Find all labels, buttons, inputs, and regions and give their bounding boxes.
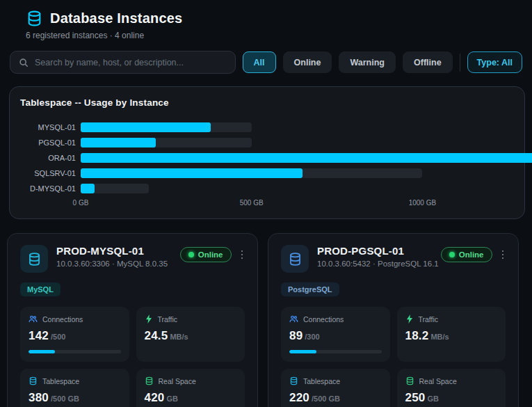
instance-host-version: 10.0.3.60:5432 · PostgreSQL 16.1 [317, 260, 441, 268]
chart-row-label: PGSQL-01 [10, 138, 76, 147]
chart-row: SQLSRV-01 [10, 168, 524, 178]
stat-tile-connections: Connections 89 /300 [281, 307, 390, 362]
instance-card-prod-mysql-01[interactable]: PROD-MYSQL-01 10.0.3.60:3306 · MySQL 8.0… [7, 233, 258, 407]
stat-label: Tablespace [303, 377, 340, 385]
search-input[interactable] [35, 58, 227, 67]
stat-progress-track [29, 350, 121, 353]
stat-value: 380 [29, 391, 49, 405]
database-icon [289, 376, 298, 385]
stat-progress-fill [289, 350, 316, 353]
lightning-icon [145, 314, 153, 324]
stat-suffix: MB/s [430, 333, 449, 341]
stat-value: 89 [289, 329, 303, 343]
database-icon [29, 376, 38, 385]
instance-icon-tile [281, 245, 309, 273]
database-icon [26, 10, 43, 27]
search-box[interactable] [10, 51, 236, 74]
chart-usage-bar [81, 153, 532, 163]
stat-label: Traffic [158, 315, 178, 324]
users-icon [29, 314, 38, 324]
search-icon [19, 58, 29, 67]
database-icon [405, 376, 414, 385]
kebab-menu-icon[interactable] [239, 248, 245, 262]
filter-button-group: AllOnlineWarningOffline [243, 51, 453, 73]
page-subtitle: 6 registered instances · 4 online [26, 31, 522, 40]
stat-suffix: /500 GB [51, 394, 79, 403]
x-axis-tick: 1000 GB [409, 199, 436, 207]
stat-progress-fill [29, 350, 55, 353]
database-icon [288, 252, 303, 266]
chart-usage-bar [81, 122, 211, 132]
chart-rows: MYSQL-01 PGSQL-01 ORA-01 SQLSRV-01 D-MYS… [10, 122, 524, 193]
stat-tile-tablespace: Tablespace 380 /500 GB [20, 369, 129, 407]
chart-row: ORA-01 [10, 153, 524, 163]
instance-host-version: 10.0.3.60:3306 · MySQL 8.0.35 [56, 260, 180, 268]
chart-usage-bar [81, 184, 95, 193]
chart-row-label: D-MYSQL-01 [10, 184, 76, 193]
filter-button-online[interactable]: Online [283, 51, 332, 73]
filter-button-warning[interactable]: Warning [339, 51, 396, 73]
stat-suffix: /500 GB [312, 394, 340, 403]
stat-suffix: GB [427, 394, 439, 403]
page-title: Database Instances [50, 10, 182, 26]
instance-icon-tile [20, 245, 48, 273]
tablespace-chart-panel: Tablespace -- Usage by Instance MYSQL-01… [9, 86, 525, 219]
stat-tile-real-space: Real Space 420 GB [136, 369, 245, 407]
stat-suffix: /500 [51, 333, 65, 341]
stat-tile-traffic: Traffic 18.2 MB/s [397, 307, 506, 362]
chart-row-label: SQLSRV-01 [10, 169, 76, 177]
stat-value: 420 [145, 391, 165, 405]
stat-tile-connections: Connections 142 /500 [20, 307, 129, 362]
chart-row: D-MYSQL-01 [10, 184, 524, 193]
chart-title: Tablespace -- Usage by Instance [10, 97, 524, 108]
filter-button-all[interactable]: All [243, 51, 276, 73]
lightning-icon [405, 314, 414, 324]
status-dot-icon [449, 252, 455, 257]
stat-tile-traffic: Traffic 24.5 MB/s [136, 307, 245, 362]
database-icon [27, 252, 42, 266]
instance-name: PROD-MYSQL-01 [56, 245, 180, 257]
database-icon [145, 376, 154, 385]
stat-suffix: GB [166, 394, 178, 403]
stat-label: Tablespace [42, 377, 79, 385]
chart-row-label: ORA-01 [10, 154, 76, 162]
stat-suffix: /300 [305, 333, 319, 341]
chart-usage-bar [81, 168, 303, 178]
x-axis-tick: 500 GB [240, 199, 264, 207]
stat-label: Real Space [419, 377, 457, 385]
chart-usage-bar [81, 138, 156, 147]
stat-label: Real Space [159, 377, 196, 385]
page-header: Database Instances 6 registered instance… [0, 0, 532, 40]
instance-card-prod-pgsql-01[interactable]: PROD-PGSQL-01 10.0.3.60:5432 · PostgreSQ… [268, 233, 519, 407]
x-axis-tick: 0 GB [73, 199, 89, 207]
stat-label: Connections [303, 315, 344, 324]
chart-row: MYSQL-01 [10, 122, 524, 132]
stat-value: 250 [405, 391, 426, 405]
stat-progress-track [289, 350, 382, 353]
db-type-tag: MySQL [20, 282, 61, 296]
chart-row-label: MYSQL-01 [10, 123, 76, 131]
stat-tile-real-space: Real Space 250 GB [397, 369, 506, 407]
kebab-menu-icon[interactable] [500, 248, 506, 262]
chart-row: PGSQL-01 [10, 138, 524, 147]
instance-name: PROD-PGSQL-01 [317, 245, 441, 257]
toolbar-divider [460, 54, 460, 72]
chart-x-axis: 0 GB500 GB1000 GB [81, 199, 524, 208]
filter-button-offline[interactable]: Offline [403, 51, 453, 73]
stat-label: Connections [42, 315, 83, 324]
users-icon [289, 314, 298, 324]
stat-value: 18.2 [405, 329, 429, 343]
instance-cards: PROD-MYSQL-01 10.0.3.60:3306 · MySQL 8.0… [7, 233, 532, 407]
status-badge: Online [180, 247, 232, 262]
stat-suffix: MB/s [170, 333, 188, 341]
stat-value: 142 [29, 329, 49, 343]
stat-label: Traffic [419, 315, 439, 324]
toolbar: AllOnlineWarningOffline Type: All [10, 51, 522, 74]
status-dot-icon [188, 252, 194, 257]
stats-grid: Connections 142 /500 Traffic 24.5 MB/s T… [20, 307, 245, 407]
type-filter-button[interactable]: Type: All [467, 51, 522, 73]
stats-grid: Connections 89 /300 Traffic 18.2 MB/s Ta… [281, 307, 506, 407]
status-badge: Online [441, 247, 492, 262]
stat-tile-tablespace: Tablespace 220 /500 GB [281, 369, 390, 407]
stat-value: 220 [289, 391, 309, 405]
